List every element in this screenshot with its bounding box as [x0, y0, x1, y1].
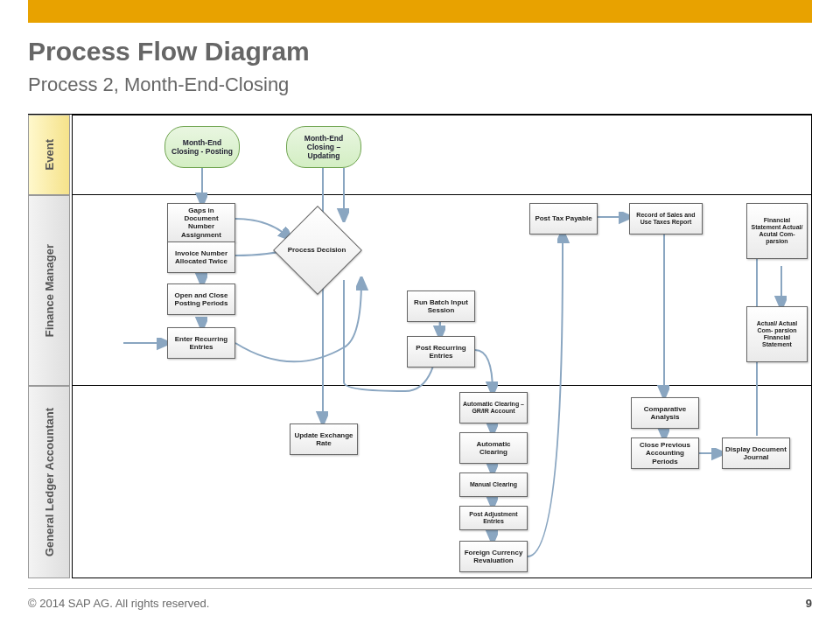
step-foreign-currency-revaluation: Foreign Currency Revaluation: [459, 541, 528, 572]
footer: © 2014 SAP AG. All rights reserved. 9: [28, 588, 812, 613]
step-open-close-periods: Open and Close Posting Periods: [167, 284, 235, 315]
page-title: Process Flow Diagram: [28, 37, 310, 66]
page-subtitle: Process 2, Month-End-Closing: [28, 74, 289, 96]
lane-label-event: Event: [28, 115, 70, 195]
swimlane-diagram: Event Finance Manager General Ledger Acc…: [28, 114, 812, 578]
step-run-batch-input: Run Batch Input Session: [407, 290, 475, 322]
page-number: 9: [806, 597, 812, 610]
step-close-previous-periods: Close Previous Accounting Periods: [631, 438, 699, 469]
step-comparative-analysis: Comparative Analysis: [631, 397, 699, 429]
step-actual-actual-comparison: Actual/ Actual Com- parsion Financial St…: [746, 306, 808, 362]
event-month-end-updating: Month-End Closing – Updating: [286, 126, 361, 168]
step-financial-statement-actual: Financial Statement Actual/ Acutal Com- …: [746, 203, 808, 259]
swimlane-canvas: Month-End Closing - Posting Month-End Cl…: [72, 115, 812, 578]
step-sales-use-tax-report: Record of Sales and Use Taxes Report: [629, 203, 703, 234]
step-auto-clearing-grir: Automatic Clearing – GR/IR Account: [459, 392, 528, 424]
step-gaps-doc-number: Gaps in Document Number Assignment: [167, 203, 235, 242]
step-enter-recurring: Enter Recurring Entries: [167, 327, 235, 359]
lane-separator: [73, 385, 811, 386]
step-display-document-journal: Display Document Journal: [722, 438, 790, 469]
step-post-adjustment-entries: Post Adjustment Entries: [459, 506, 528, 530]
lane-labels-column: Event Finance Manager General Ledger Acc…: [28, 115, 68, 578]
lane-label-finance-manager: Finance Manager: [28, 195, 70, 386]
step-update-exchange-rate: Update Exchange Rate: [290, 424, 358, 455]
lane-label-general-ledger-accountant: General Ledger Accountant: [28, 386, 70, 578]
step-invoice-number-twice: Invoice Number Allocated Twice: [167, 242, 235, 273]
step-post-recurring: Post Recurring Entries: [407, 336, 475, 368]
step-post-tax-payable: Post Tax Payable: [529, 203, 598, 234]
copyright-text: © 2014 SAP AG. All rights reserved.: [28, 597, 209, 610]
lane-separator: [73, 194, 811, 195]
event-month-end-posting: Month-End Closing - Posting: [164, 126, 240, 168]
decision-process: Process Decision: [286, 219, 347, 280]
header-accent-bar: [28, 0, 812, 23]
step-automatic-clearing: Automatic Clearing: [459, 432, 528, 464]
step-manual-clearing: Manual Clearing: [459, 472, 528, 497]
